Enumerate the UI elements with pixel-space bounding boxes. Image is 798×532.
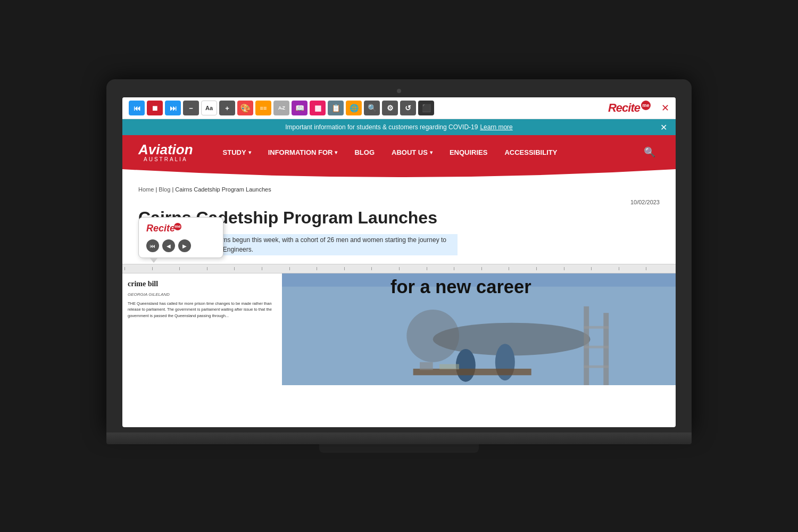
recite-refresh-btn[interactable]: ↺ <box>400 101 416 115</box>
svg-rect-12 <box>420 362 433 370</box>
newspaper-section: crime bill GEORGIA GILELAND THE Queensla… <box>122 273 676 385</box>
recite-book-btn[interactable]: 📖 <box>292 101 307 115</box>
recite-color-btn[interactable]: 🎨 <box>237 101 253 115</box>
laptop-base <box>106 433 692 444</box>
nav-item-information[interactable]: INFORMATION FOR ▾ <box>260 135 346 169</box>
ruler-mark <box>124 267 152 270</box>
recite-forward-btn[interactable]: ⏭ <box>165 101 181 115</box>
svg-point-3 <box>406 310 459 362</box>
ruler-mark <box>317 267 344 270</box>
browser-window: ⏮ ⏹ ⏭ − Aa + 🎨 ≡≡ A-Z 📖 ▦ 📋 🌐 🔍 ⚙ ↺ <box>122 97 676 427</box>
nav-menu: STUDY ▾ INFORMATION FOR ▾ BLOG ABOUT US … <box>214 135 639 169</box>
ruler-mark <box>207 267 235 270</box>
recite-minus-btn[interactable]: − <box>183 101 199 115</box>
svg-rect-7 <box>603 313 609 386</box>
nav-item-blog[interactable]: BLOG <box>346 135 383 169</box>
blog-date: 10/02/2023 <box>138 199 660 205</box>
logo-sub: AUSTRALIA <box>138 156 193 162</box>
laptop-stand <box>319 444 479 453</box>
svg-rect-13 <box>439 364 459 370</box>
ruler-mark <box>646 267 674 270</box>
screen-bezel: ⏮ ⏹ ⏭ − Aa + 🎨 ≡≡ A-Z 📖 ▦ 📋 🌐 🔍 ⚙ ↺ <box>106 79 692 433</box>
covid-learn-more-link[interactable]: Learn more <box>480 123 512 131</box>
recite-clipboard-btn[interactable]: ⬛ <box>418 101 434 115</box>
recite-close-btn[interactable]: ✕ <box>661 102 669 114</box>
ruler-mark <box>564 267 592 270</box>
newspaper-headline: crime bill <box>128 279 277 289</box>
newspaper-body: THE Queensland has called for more priso… <box>128 301 277 319</box>
recite-tools: ⏮ ⏹ ⏭ − Aa + 🎨 ≡≡ A-Z 📖 ▦ 📋 🌐 🔍 ⚙ ↺ <box>129 101 434 115</box>
ruler-mark <box>591 267 619 270</box>
site-logo[interactable]: Aviation AUSTRALIA <box>138 143 193 162</box>
recite-gear-btn[interactable]: ⚙ <box>382 101 398 115</box>
recite-toolbar: ⏮ ⏹ ⏭ − Aa + 🎨 ≡≡ A-Z 📖 ▦ 📋 🌐 🔍 ⚙ ↺ <box>122 97 676 119</box>
recite-stop-btn[interactable]: ⏹ <box>147 101 163 115</box>
recite-popup-me: me <box>174 223 181 230</box>
ruler-mark <box>427 267 454 270</box>
recite-font-btn[interactable]: Aa <box>201 101 217 115</box>
nav-search-btn[interactable]: 🔍 <box>639 146 660 158</box>
recite-translate-btn[interactable]: 🌐 <box>346 101 362 115</box>
laptop-container: ⏮ ⏹ ⏭ − Aa + 🎨 ≡≡ A-Z 📖 ▦ 📋 🌐 🔍 ⚙ ↺ <box>106 79 692 453</box>
nav-wave-svg <box>122 169 676 180</box>
newspaper-text-col: crime bill GEORGIA GILELAND THE Queensla… <box>122 273 282 385</box>
newspaper-byline: GEORGIA GILELAND <box>128 292 277 297</box>
ruler-mark <box>399 267 427 270</box>
ruler-marks <box>122 267 676 270</box>
recite-bar-btn[interactable]: ≡≡ <box>255 101 271 115</box>
ruler <box>122 264 676 273</box>
about-caret: ▾ <box>430 149 433 155</box>
breadcrumb: Home | Blog | Cairns Cadetship Program L… <box>122 180 676 196</box>
blog-content: 10/02/2023 Recite me ⏮ ◀ ▶ Cairns Cadets… <box>122 196 676 264</box>
recite-text2-btn[interactable]: A-Z <box>273 101 289 115</box>
recite-popup: Recite me ⏮ ◀ ▶ <box>138 217 223 258</box>
study-caret: ▾ <box>248 149 251 155</box>
breadcrumb-home[interactable]: Home <box>138 186 154 193</box>
webcam <box>397 89 401 93</box>
recite-search2-btn[interactable]: 🔍 <box>364 101 380 115</box>
breadcrumb-blog[interactable]: Blog <box>159 186 170 193</box>
ruler-mark <box>454 267 481 270</box>
ruler-mark <box>371 267 399 270</box>
recite-popup-brand: Recite <box>146 223 175 234</box>
recite-doc-btn[interactable]: 📋 <box>328 101 344 115</box>
nav-wave <box>122 169 676 180</box>
svg-rect-8 <box>584 326 609 329</box>
ruler-mark <box>262 267 289 270</box>
recite-brand-me: me <box>641 101 651 110</box>
recite-popup-controls: ⏮ ◀ ▶ <box>146 239 215 252</box>
covid-banner-close-btn[interactable]: ✕ <box>660 122 667 132</box>
nav-item-accessibility[interactable]: ACCESSIBILITY <box>496 135 566 169</box>
main-nav: Aviation AUSTRALIA STUDY ▾ INFORMATION F… <box>122 135 676 169</box>
article-image-svg: for a new career <box>282 273 676 385</box>
ruler-mark <box>619 267 646 270</box>
popup-play-btn[interactable]: ▶ <box>178 239 191 252</box>
logo-text: Aviation <box>138 143 193 156</box>
recite-grid-btn[interactable]: ▦ <box>310 101 326 115</box>
recite-brand-text: Recite <box>608 101 640 115</box>
ruler-mark <box>152 267 180 270</box>
nav-item-enquiries[interactable]: ENQUIRIES <box>441 135 496 169</box>
info-caret: ▾ <box>335 149 337 155</box>
ruler-mark <box>234 267 262 270</box>
svg-text:for a new career: for a new career <box>390 277 531 297</box>
ruler-mark <box>344 267 372 270</box>
nav-item-study[interactable]: STUDY ▾ <box>214 135 260 169</box>
ruler-mark <box>179 267 207 270</box>
covid-banner-text: Important information for students & cus… <box>285 123 478 131</box>
nav-item-about[interactable]: ABOUT US ▾ <box>383 135 441 169</box>
recite-popup-logo: Recite me <box>146 223 215 234</box>
ruler-mark <box>509 267 536 270</box>
recite-rewind-btn[interactable]: ⏮ <box>129 101 145 115</box>
popup-prev-btn[interactable]: ◀ <box>162 239 175 252</box>
svg-rect-10 <box>584 365 609 368</box>
ruler-mark <box>289 267 317 270</box>
popup-rewind-btn[interactable]: ⏮ <box>146 239 159 252</box>
newspaper-career-col: for a new career <box>282 273 676 385</box>
recite-logo-area: Recite me ✕ <box>608 101 669 115</box>
covid-banner: Important information for students & cus… <box>122 119 676 135</box>
breadcrumb-current: Cairns Cadetship Program Launches <box>175 186 271 193</box>
recite-plus-btn[interactable]: + <box>219 101 235 115</box>
ruler-mark <box>536 267 564 270</box>
newspaper-image: for a new career <box>282 273 676 385</box>
